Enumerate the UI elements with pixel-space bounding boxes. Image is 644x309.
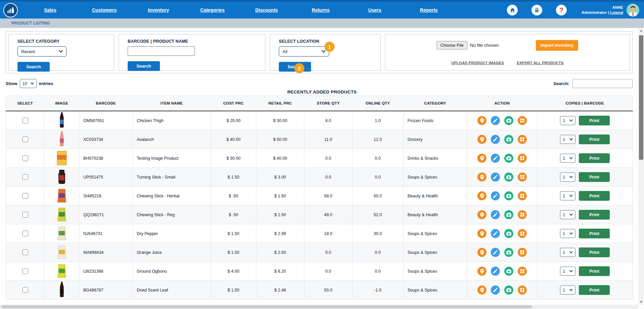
category-search-button[interactable]: Search — [17, 62, 50, 72]
barcode-grid-icon[interactable] — [518, 191, 527, 200]
choose-file-button[interactable]: Choose File — [437, 41, 467, 49]
camera-icon[interactable] — [504, 154, 513, 163]
copies-select[interactable]: 1 — [560, 172, 575, 182]
copies-select[interactable]: 1 — [560, 285, 575, 295]
edit-icon[interactable] — [491, 285, 500, 295]
print-button[interactable]: Print — [579, 134, 610, 144]
horizontal-scroll-thumb[interactable] — [1, 305, 532, 308]
print-button[interactable]: Print — [579, 247, 610, 257]
nav-item-categories[interactable]: Categories — [185, 7, 240, 13]
edit-icon[interactable] — [491, 210, 500, 219]
barcode-input[interactable] — [128, 46, 195, 56]
camera-icon[interactable] — [504, 267, 513, 276]
row-select-checkbox[interactable] — [23, 118, 28, 123]
location-pin-icon[interactable] — [477, 135, 486, 144]
upload-product-images-link[interactable]: UPLOAD PRODUCT IMAGES — [451, 61, 504, 65]
import-inventory-button[interactable]: Import Inventory — [536, 40, 578, 51]
edit-icon[interactable] — [491, 135, 500, 144]
barcode-search-button[interactable]: Search — [128, 61, 160, 71]
edit-icon[interactable] — [491, 267, 500, 276]
copies-select[interactable]: 1 — [560, 191, 575, 200]
row-select-checkbox[interactable] — [23, 231, 28, 236]
barcode-grid-icon[interactable] — [518, 285, 527, 295]
camera-icon[interactable] — [504, 191, 513, 200]
camera-icon[interactable] — [504, 285, 513, 295]
barcode-grid-icon[interactable] — [518, 172, 527, 182]
help-icon[interactable]: ? — [556, 5, 567, 15]
edit-icon[interactable] — [491, 172, 500, 182]
export-all-products-link[interactable]: EXPORT ALL PRODUCTS — [517, 61, 564, 65]
edit-icon[interactable] — [491, 191, 500, 200]
copies-select[interactable]: 1 — [560, 267, 575, 276]
vertical-scroll-thumb[interactable] — [639, 35, 643, 160]
row-select-checkbox[interactable] — [23, 193, 28, 199]
nav-item-reports[interactable]: Reports — [402, 7, 456, 13]
copies-select[interactable]: 1 — [560, 154, 575, 163]
location-pin-icon[interactable] — [477, 285, 486, 295]
location-pin-icon[interactable] — [477, 172, 486, 182]
copies-select[interactable]: 1 — [560, 229, 575, 238]
copies-select[interactable]: 1 — [560, 210, 575, 219]
row-select-checkbox[interactable] — [23, 268, 28, 274]
barcode-grid-icon[interactable] — [518, 154, 527, 163]
edit-icon[interactable] — [491, 248, 500, 257]
camera-icon[interactable] — [504, 210, 513, 219]
app-logo-icon[interactable] — [3, 3, 18, 17]
category-select[interactable]: Recent — [17, 46, 67, 56]
row-select-checkbox[interactable] — [23, 155, 28, 161]
nav-item-customers[interactable]: Customers — [77, 7, 131, 13]
logout-link[interactable]: Logout — [610, 10, 623, 14]
row-select-checkbox[interactable] — [23, 287, 28, 293]
camera-icon[interactable] — [504, 229, 513, 238]
row-select-checkbox[interactable] — [23, 212, 28, 218]
nav-item-returns[interactable]: Returns — [294, 7, 348, 13]
horizontal-scrollbar[interactable] — [0, 305, 638, 309]
barcode-grid-icon[interactable] — [518, 267, 527, 276]
scroll-down-arrow[interactable]: ▼ — [638, 299, 644, 305]
camera-icon[interactable] — [504, 172, 513, 182]
location-pin-icon[interactable] — [477, 116, 486, 125]
print-button[interactable]: Print — [579, 229, 610, 238]
row-select-checkbox[interactable] — [23, 174, 28, 180]
barcode-grid-icon[interactable] — [518, 135, 527, 144]
location-pin-icon[interactable] — [477, 267, 486, 276]
copies-select[interactable]: 1 — [560, 248, 575, 257]
camera-icon[interactable] — [504, 248, 513, 257]
barcode-grid-icon[interactable] — [518, 229, 527, 238]
scroll-up-arrow[interactable]: ▲ — [638, 28, 644, 33]
camera-icon[interactable] — [504, 135, 513, 144]
location-pin-icon[interactable] — [477, 154, 486, 163]
print-button[interactable]: Print — [579, 153, 610, 163]
nav-item-inventory[interactable]: Inventory — [131, 7, 185, 13]
print-button[interactable]: Print — [579, 191, 610, 201]
barcode-grid-icon[interactable] — [518, 248, 527, 257]
location-select[interactable]: All — [279, 46, 329, 56]
avatar[interactable] — [627, 4, 639, 16]
page-size-select[interactable]: 10 — [20, 79, 37, 88]
table-search-input[interactable] — [572, 79, 633, 88]
edit-icon[interactable] — [491, 154, 500, 163]
row-select-checkbox[interactable] — [23, 249, 28, 255]
print-button[interactable]: Print — [579, 210, 610, 220]
lock-icon[interactable] — [531, 5, 542, 15]
copies-select[interactable]: 1 — [560, 116, 575, 125]
print-button[interactable]: Print — [579, 266, 610, 276]
location-pin-icon[interactable] — [477, 248, 486, 257]
edit-icon[interactable] — [491, 229, 500, 238]
nav-item-sales[interactable]: Sales — [23, 7, 77, 13]
print-button[interactable]: Print — [579, 116, 610, 125]
location-pin-icon[interactable] — [477, 229, 486, 238]
edit-icon[interactable] — [491, 116, 500, 125]
location-pin-icon[interactable] — [477, 210, 486, 219]
nav-item-users[interactable]: Users — [348, 7, 402, 13]
print-button[interactable]: Print — [579, 285, 610, 295]
nav-item-discounts[interactable]: Discounts — [240, 7, 294, 13]
vertical-scrollbar[interactable]: ▲ ▼ — [638, 28, 644, 305]
copies-select[interactable]: 1 — [560, 135, 575, 144]
row-select-checkbox[interactable] — [23, 137, 28, 142]
camera-icon[interactable] — [504, 116, 513, 125]
barcode-grid-icon[interactable] — [518, 210, 527, 219]
barcode-grid-icon[interactable] — [518, 116, 527, 125]
print-button[interactable]: Print — [579, 172, 610, 182]
location-pin-icon[interactable] — [477, 191, 486, 200]
